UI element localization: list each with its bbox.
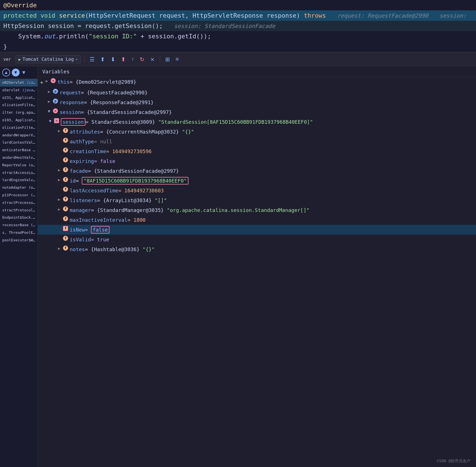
call-item-10[interactable]: andardHostValve... — [0, 154, 38, 162]
grid-btn[interactable]: ⊞ — [164, 55, 172, 64]
tomcat-catalina-tab[interactable]: ▶ Tomcat Catalina Log × — [15, 55, 81, 63]
badge-listeners: f — [63, 197, 68, 202]
var-row-request[interactable]: ▶ p request = {RequestFacade@2990} — [38, 88, 476, 97]
cursor-btn[interactable]: ⨯ — [148, 55, 157, 64]
call-item-21[interactable]: poolExecutor$W... — [0, 237, 38, 244]
var-value-this: = {Demo02Servlet@2989} — [69, 78, 136, 86]
expand-response[interactable]: ▶ — [48, 99, 52, 104]
call-item-17[interactable]: stractProtocol$... — [0, 207, 38, 214]
expand-notes[interactable]: ▶ — [58, 246, 62, 251]
var-value-notes: = {Hashtable@3036} "{}" — [85, 246, 155, 253]
call-item-7[interactable]: andardWrapperVa... — [0, 132, 38, 139]
filter-btn[interactable]: ▼ — [21, 70, 26, 76]
var-value-maxinactiveinterval: = 1800 — [127, 216, 146, 224]
call-item-5[interactable]: o193, Applicatio... — [0, 116, 38, 124]
add-watch-btn[interactable]: + — [40, 78, 43, 87]
var-row-lastaccessedtime[interactable]: ▶ f lastAccessedTime = 1649492730603 — [38, 186, 476, 195]
var-row-this[interactable]: + ▶ = this = {Demo02Servlet@2989} — [38, 77, 476, 88]
var-row-isnew[interactable]: ▶ f isNew = false — [38, 225, 476, 235]
list-btn[interactable]: ≡ — [174, 55, 181, 64]
call-item-4[interactable]: ilter (org.apache... — [0, 109, 38, 116]
sort-asc-btn[interactable]: ⬆ — [99, 55, 107, 64]
badge-response: p — [53, 99, 58, 104]
debug-area: ▲ ▼ ▼ o02Servlet (co... oServlet (javax.… — [0, 66, 476, 467]
var-value-attributes: = {ConcurrentHashMap@3032} "{}" — [100, 128, 194, 136]
kw-protected: protected — [3, 11, 37, 20]
var-row-attributes[interactable]: ▶ f attributes = {ConcurrentHashMap@3032… — [38, 127, 476, 137]
closing-brace: } — [3, 42, 7, 51]
call-item-3[interactable]: olicationFilterCh... — [0, 101, 38, 109]
expand-facade[interactable]: ▶ — [58, 167, 62, 173]
call-item-18[interactable]: Endpoint$Sock... — [0, 214, 38, 221]
refresh-btn[interactable]: ↻ — [138, 55, 146, 64]
var-name-manager: manager — [70, 206, 91, 214]
call-item-16[interactable]: stractProcessorLi... — [0, 199, 38, 207]
call-item-8[interactable]: lardContextValv... — [0, 139, 38, 146]
var-name-response: response — [60, 99, 84, 106]
expand-session-top[interactable]: ▼ — [48, 108, 52, 114]
var-row-listeners[interactable]: ▶ f listeners = {ArrayList@3034} "[]" — [38, 195, 476, 205]
badge-manager: f — [63, 206, 68, 211]
expand-attributes[interactable]: ▶ — [58, 128, 62, 134]
var-name-isvalid: isValid — [70, 236, 91, 243]
expand-listeners[interactable]: ▶ — [58, 197, 62, 202]
expand-manager[interactable]: ▶ — [58, 206, 62, 212]
var-row-maxinactiveinterval[interactable]: ▶ f maxInactiveInterval = 1800 — [38, 215, 476, 225]
down-nav-btn[interactable]: ▼ — [12, 69, 20, 76]
var-name-attributes: attributes — [70, 128, 100, 136]
expand-session-inner[interactable]: ▼ — [49, 118, 53, 124]
call-stack-sidebar: ▲ ▼ ▼ o02Servlet (co... oServlet (javax.… — [0, 66, 38, 467]
var-value-isvalid: = true — [91, 236, 109, 243]
download-btn[interactable]: ⬇ — [109, 55, 117, 64]
call-item-6[interactable]: olicationFilterCh... — [0, 124, 38, 132]
code-editor: @Override protected void service (HttpSe… — [0, 0, 476, 52]
expand-request[interactable]: ▶ — [48, 89, 52, 95]
badge-request: p — [53, 89, 58, 94]
separator-2 — [160, 56, 160, 63]
align-left-btn[interactable]: ☰ — [88, 55, 96, 64]
call-item-1[interactable]: oServlet (javax.s... — [0, 87, 38, 94]
tab-close-btn[interactable]: × — [76, 57, 78, 62]
call-item-20[interactable]: s, ThreadPoolEx... — [0, 229, 38, 237]
expand-this[interactable]: ▶ — [46, 78, 50, 84]
var-name-isnew: isNew — [70, 226, 85, 233]
var-row-session-top[interactable]: ▼ = session = {StandardSessionFacade@299… — [38, 107, 476, 117]
kw-void: void — [40, 11, 55, 20]
call-item-9[interactable]: enticatorBase (... — [0, 146, 38, 154]
var-row-id[interactable]: ▶ f id = "8AF15D15C60BB91FDB1937968B40EE… — [38, 176, 476, 186]
line-4-content: System.out.println("session ID:" + sessi… — [3, 32, 211, 41]
var-name-lastaccessedtime: lastAccessedTime — [70, 187, 118, 194]
call-item-13[interactable]: lardEngineValve... — [0, 176, 38, 184]
call-item-0[interactable]: o02Servlet (co... — [0, 79, 38, 87]
var-row-authtype[interactable]: ▶ f authType = null — [38, 137, 476, 146]
call-item-19[interactable]: rocessorBase (o... — [0, 221, 38, 229]
toolbar: ver ▶ Tomcat Catalina Log × ☰ ⬆ ⬇ ⬆ ↑ ↻ … — [0, 52, 476, 66]
var-row-notes[interactable]: ▶ f notes = {Hashtable@3036} "{}" — [38, 244, 476, 254]
up-btn[interactable]: ↑ — [130, 55, 136, 64]
var-row-session-inner[interactable]: ▼ = session = StandardSession@3009} "Sta… — [38, 117, 476, 127]
var-row-expiring[interactable]: ▶ f expiring = false — [38, 156, 476, 166]
var-value-authtype: = null — [94, 138, 112, 145]
call-item-15[interactable]: p11Processor (c... — [0, 192, 38, 199]
expand-id[interactable]: ▶ — [58, 177, 62, 183]
badge-facade: f — [63, 167, 68, 172]
call-item-14[interactable]: noteAdapter (org... — [0, 184, 38, 192]
var-name-authtype: authType — [70, 138, 94, 145]
var-row-creationtime[interactable]: ▶ f creationTime = 1649492730596 — [38, 146, 476, 156]
code-line-3: HttpSession session = request.getSession… — [0, 21, 476, 31]
var-row-response[interactable]: ▶ p response = {ResponseFacade@2991} — [38, 97, 476, 107]
up-nav-btn[interactable]: ▲ — [2, 69, 10, 76]
call-item-2[interactable]: o231, Applicatio... — [0, 94, 38, 102]
badge-lastaccessedtime: f — [63, 187, 68, 192]
var-row-manager[interactable]: ▶ f manager = {StandardManager@3035} "or… — [38, 205, 476, 215]
var-row-isvalid[interactable]: ▶ f isValid = true — [38, 235, 476, 244]
var-value-session-inner: = StandardSession@3009} "StandardSession… — [85, 118, 313, 126]
badge-isvalid: f — [63, 236, 68, 241]
badge-authtype: f — [63, 138, 68, 143]
code-line-1: @Override — [0, 0, 476, 10]
call-item-11[interactable]: ReportValve (or... — [0, 162, 38, 169]
separator-1 — [84, 56, 85, 63]
var-row-facade[interactable]: ▶ f facade = {StandardSessionFacade@2997… — [38, 166, 476, 176]
call-item-12[interactable]: stractAccessLogV... — [0, 169, 38, 177]
upload-btn[interactable]: ⬆ — [119, 55, 127, 64]
